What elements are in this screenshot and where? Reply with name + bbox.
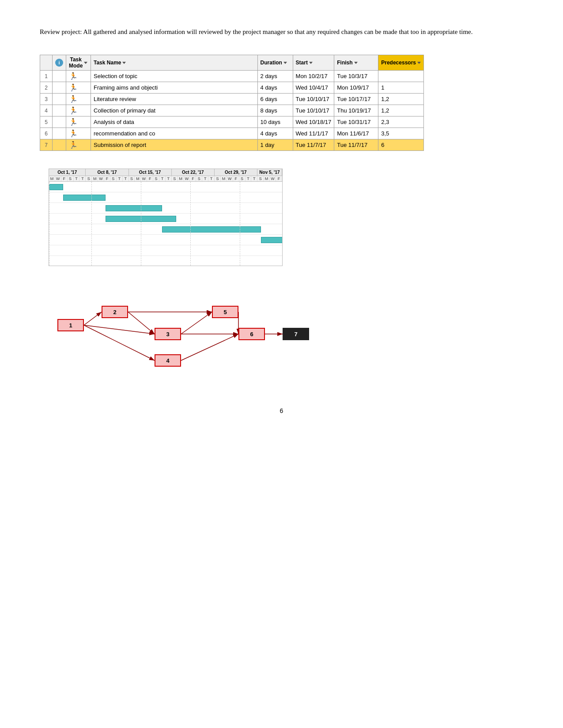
row-info-2 xyxy=(53,82,66,94)
gantt-day-label: M xyxy=(221,176,227,181)
gantt-bar-2 xyxy=(63,195,106,201)
task-mode-icon: 🏃 xyxy=(69,95,78,103)
gantt-day-label: S xyxy=(129,176,135,181)
duration-sort-icon[interactable] xyxy=(283,62,287,64)
gantt-week-label: Oct 22, '17 xyxy=(172,169,215,176)
gantt-body xyxy=(49,182,282,266)
col-header-info: i xyxy=(53,55,66,71)
row-duration-2: 4 days xyxy=(257,82,293,94)
row-info-4 xyxy=(53,105,66,116)
gantt-week-divider xyxy=(190,182,191,266)
task-mode-icon: 🏃 xyxy=(69,106,78,115)
row-finish-1: Tue 10/3/17 xyxy=(334,71,378,82)
row-info-5 xyxy=(53,116,66,128)
task-mode-icon: 🏃 xyxy=(69,129,78,138)
col-header-taskname[interactable]: Task Name xyxy=(91,55,258,71)
start-sort-icon[interactable] xyxy=(309,62,313,64)
gantt-bar-3 xyxy=(106,205,162,211)
task-mode-icon: 🏃 xyxy=(69,118,78,126)
gantt-day-label: S xyxy=(153,176,159,181)
col-header-finish[interactable]: Finish xyxy=(334,55,378,71)
network-node-1: 1 xyxy=(57,319,84,331)
task-mode-icon: 🏃 xyxy=(69,72,78,80)
row-taskname-6: recommendation and co xyxy=(91,128,258,139)
gantt-week-divider xyxy=(141,182,141,266)
row-mode-6: 🏃 xyxy=(66,128,91,139)
row-start-5: Wed 10/18/17 xyxy=(293,116,334,128)
network-arrow xyxy=(181,334,238,360)
gantt-row-bg-1 xyxy=(49,182,282,192)
network-arrow xyxy=(84,312,102,325)
gantt-day-label: M xyxy=(49,176,55,181)
gantt-day-label: T xyxy=(123,176,129,181)
row-mode-7: 🏃 xyxy=(66,139,91,151)
col-header-mode[interactable]: TaskMode xyxy=(66,55,91,71)
network-arrow xyxy=(84,325,155,334)
row-num-6: 6 xyxy=(40,128,53,139)
col-header-duration[interactable]: Duration xyxy=(257,55,293,71)
row-num-5: 5 xyxy=(40,116,53,128)
row-start-3: Tue 10/10/17 xyxy=(293,94,334,105)
gantt-row-bg-6 xyxy=(49,235,282,245)
col-header-predecessors[interactable]: Predecessors xyxy=(378,55,424,71)
gantt-day-label: T xyxy=(159,176,166,181)
gantt-row-bg-7 xyxy=(49,245,282,256)
gantt-chart: Oct 1, '17Oct 8, '17Oct 15, '17Oct 22, '… xyxy=(49,169,283,266)
gantt-day-label: M xyxy=(135,176,141,181)
task-mode-icon: 🏃 xyxy=(69,141,78,149)
intro-paragraph: Review project: All gathered and analyse… xyxy=(40,26,523,37)
gantt-day-label: M xyxy=(92,176,98,181)
gantt-day-label: S xyxy=(196,176,202,181)
gantt-day-label: F xyxy=(190,176,196,181)
row-duration-6: 4 days xyxy=(257,128,293,139)
row-num-2: 2 xyxy=(40,82,53,94)
row-num-1: 1 xyxy=(40,71,53,82)
row-finish-5: Tue 10/31/17 xyxy=(334,116,378,128)
taskname-sort-icon[interactable] xyxy=(122,62,126,64)
col-header-predecessors-label: Predecessors xyxy=(381,60,416,66)
row-duration-7: 1 day xyxy=(257,139,293,151)
row-taskname-7: Submission of report xyxy=(91,139,258,151)
network-node-2: 2 xyxy=(102,306,128,318)
predecessors-sort-icon[interactable] xyxy=(417,62,421,64)
mode-sort-icon[interactable] xyxy=(84,62,87,64)
network-node-5: 5 xyxy=(212,306,238,318)
gantt-week-divider xyxy=(240,182,240,266)
gantt-day-label: T xyxy=(166,176,172,181)
network-node-6: 6 xyxy=(238,328,265,340)
gantt-chart-wrapper: Oct 1, '17Oct 8, '17Oct 15, '17Oct 22, '… xyxy=(40,169,523,266)
gantt-day-label: T xyxy=(208,176,215,181)
row-start-2: Wed 10/4/17 xyxy=(293,82,334,94)
gantt-week-label: Nov 5, '17 xyxy=(257,169,282,176)
gantt-day-label: T xyxy=(117,176,123,181)
network-node-3: 3 xyxy=(155,328,181,340)
row-finish-4: Thu 10/19/17 xyxy=(334,105,378,116)
row-taskname-5: Analysis of data xyxy=(91,116,258,128)
page-number: 6 xyxy=(40,407,523,414)
col-header-mode-label: TaskMode xyxy=(69,56,83,69)
gantt-day-label: S xyxy=(172,176,178,181)
gantt-week-divider xyxy=(49,182,49,266)
row-finish-6: Mon 11/6/17 xyxy=(334,128,378,139)
gantt-day-label: W xyxy=(227,176,233,181)
gantt-day-label: T xyxy=(251,176,257,181)
col-header-start[interactable]: Start xyxy=(293,55,334,71)
finish-sort-icon[interactable] xyxy=(354,62,358,64)
gantt-bar-5 xyxy=(162,226,261,233)
gantt-table-wrapper: i TaskMode Task Name Duration xyxy=(40,55,523,151)
gantt-week-divider xyxy=(91,182,92,266)
gantt-day-label: W xyxy=(184,176,190,181)
network-arrow xyxy=(84,325,155,360)
row-info-7 xyxy=(53,139,66,151)
gantt-header-days: MWFSTTSMWFSTTSMWFSTTSMWFSTTSMWFSTTSMWF xyxy=(49,176,282,182)
row-predecessors-4: 1,2 xyxy=(378,105,424,116)
network-arrow xyxy=(181,312,212,334)
gantt-table: i TaskMode Task Name Duration xyxy=(40,55,424,151)
gantt-day-label: S xyxy=(257,176,264,181)
row-predecessors-1 xyxy=(378,71,424,82)
row-duration-1: 2 days xyxy=(257,71,293,82)
gantt-week-label: Oct 8, '17 xyxy=(86,169,128,176)
gantt-day-label: S xyxy=(86,176,92,181)
task-mode-icon: 🏃 xyxy=(69,83,78,92)
row-info-1 xyxy=(53,71,66,82)
